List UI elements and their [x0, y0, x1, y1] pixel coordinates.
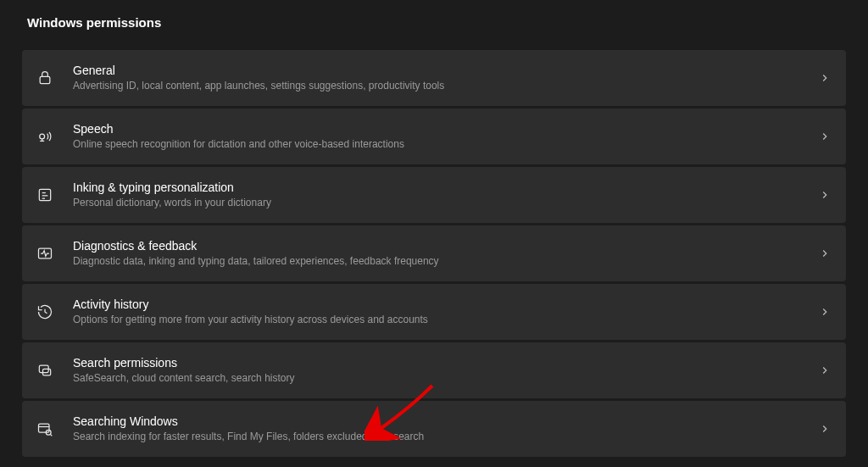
setting-searching-windows[interactable]: Searching Windows Search indexing for fa… [22, 401, 846, 457]
setting-title: Inking & typing personalization [73, 180, 819, 195]
setting-title: Searching Windows [73, 414, 819, 429]
setting-desc: Online speech recognition for dictation … [73, 138, 819, 152]
setting-general[interactable]: General Advertising ID, local content, a… [22, 50, 846, 106]
setting-desc: Advertising ID, local content, app launc… [73, 80, 819, 93]
setting-search-permissions[interactable]: Search permissions SafeSearch, cloud con… [22, 342, 846, 398]
setting-text: Activity history Options for getting mor… [73, 297, 819, 327]
chevron-right-icon [819, 364, 831, 376]
settings-list: General Advertising ID, local content, a… [22, 50, 846, 457]
svg-point-1 [40, 134, 45, 139]
chevron-right-icon [819, 72, 831, 84]
setting-title: Search permissions [73, 355, 819, 370]
setting-text: Searching Windows Search indexing for fa… [73, 414, 819, 444]
setting-text: Speech Online speech recognition for dic… [73, 121, 819, 152]
lock-icon [34, 67, 56, 89]
history-icon [34, 301, 56, 323]
search-window-icon [34, 418, 56, 440]
inking-icon [34, 184, 56, 206]
setting-desc: Diagnostic data, inking and typing data,… [73, 255, 819, 269]
chevron-right-icon [819, 247, 831, 259]
setting-title: Speech [73, 121, 819, 136]
svg-rect-6 [39, 424, 50, 432]
chevron-right-icon [819, 423, 831, 435]
setting-inking-typing[interactable]: Inking & typing personalization Personal… [22, 167, 846, 223]
settings-page: Windows permissions General Advertising … [0, 0, 868, 457]
svg-rect-0 [40, 76, 50, 83]
chevron-right-icon [819, 306, 831, 318]
setting-diagnostics[interactable]: Diagnostics & feedback Diagnostic data, … [22, 225, 846, 281]
setting-title: Activity history [73, 297, 819, 312]
setting-text: Search permissions SafeSearch, cloud con… [73, 355, 819, 386]
setting-title: Diagnostics & feedback [73, 238, 819, 253]
chevron-right-icon [819, 189, 831, 201]
setting-speech[interactable]: Speech Online speech recognition for dic… [22, 108, 846, 164]
search-permissions-icon [34, 359, 56, 381]
chevron-right-icon [819, 131, 831, 142]
diagnostics-icon [34, 242, 56, 264]
setting-text: Inking & typing personalization Personal… [73, 180, 819, 210]
setting-title: General [73, 63, 819, 78]
speech-icon [34, 125, 56, 147]
setting-text: Diagnostics & feedback Diagnostic data, … [73, 238, 819, 269]
setting-desc: SafeSearch, cloud content search, search… [73, 372, 819, 386]
setting-text: General Advertising ID, local content, a… [73, 63, 819, 93]
setting-desc: Search indexing for faster results, Find… [73, 431, 819, 444]
setting-desc: Personal dictionary, words in your dicti… [73, 197, 819, 210]
page-title: Windows permissions [27, 15, 846, 30]
setting-activity-history[interactable]: Activity history Options for getting mor… [22, 284, 846, 340]
setting-desc: Options for getting more from your activ… [73, 314, 819, 327]
